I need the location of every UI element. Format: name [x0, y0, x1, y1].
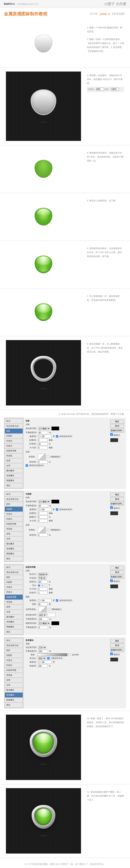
green-shape [35, 160, 52, 178]
color-swatch[interactable] [51, 427, 59, 430]
header: Iconfans 专业的图标交互设计平台 小图子 大作量 [0, 0, 130, 8]
final-icon-2 [32, 805, 55, 829]
global-light-check[interactable] [56, 435, 58, 438]
ps-styles-list: 样式 混合选项:自定 投影 内阴影 外发光 内发光 斜面和浮雕 等高线 纹理 光… [4, 417, 24, 489]
step-10: iconfans 10. 保新一器是了，然后 ctrl+是切嵌态套套来，切四到人… [0, 711, 130, 784]
step-3: iconfans 3. 复制前一步的路径，内角反缩小约 90%，填充颜色 #3D… [0, 68, 130, 145]
opacity-field[interactable] [38, 431, 48, 434]
spread-field[interactable] [38, 442, 48, 445]
logo: Iconfans 专业的图标交互设计平台 [4, 2, 39, 5]
style-item[interactable]: 光泽 [5, 463, 23, 468]
angle-dial[interactable] [38, 435, 41, 438]
ps-panel-inner-shadow: 样式 混合选项:自定 投影 内阴影 外发光 内发光 斜面和浮雕 等高线 纹理 光… [4, 491, 126, 562]
slogan: 小图子 大作量 [104, 2, 126, 6]
designer-credit: 设计师：justin_h 【来源花瓣】 [90, 12, 126, 16]
step-8: iconfans 8. 换后后新建一层，向上数新建是层，加 CTRL+是切嵌态套… [0, 336, 130, 410]
step-12: 12. 为了更多体现金属感，我再 ctrl+j 又复制了一层。这个看自己了，改这… [0, 858, 130, 868]
noise-field[interactable] [38, 460, 48, 464]
step-4: 4. 复制第四步的路径，内角反缩小约 90~90%，填充纯色绿色。后面加个都填到… [0, 145, 130, 193]
step-5: 5. 换后后上投做高光，这下做。 [0, 193, 130, 241]
step-11: iconfans 11. 换后投做最后做到下要固，前上要，切大来切切到圈中出下深… [0, 784, 130, 858]
contour-picker[interactable] [38, 454, 46, 460]
angle-field[interactable] [42, 435, 52, 438]
style-item[interactable]: 渐变叠加 [5, 473, 23, 478]
preview-swatch [110, 438, 118, 442]
final-icon-1 [30, 730, 57, 757]
ps-panel-bevel: 样式 混合选项:自定 投影 内阴影 外发光 内发光 斜面和浮雕 等高线 纹理 光… [4, 564, 126, 636]
style-item-active[interactable]: 投影 [5, 429, 23, 433]
cancel-button[interactable]: 取消 [110, 424, 124, 428]
gradient-picker[interactable] [38, 653, 68, 656]
distance-field[interactable] [38, 439, 48, 442]
blend-select[interactable]: 正片叠底 [38, 427, 50, 430]
signature: iconfans [40, 121, 47, 123]
style-item[interactable]: 内阴影 [5, 434, 23, 438]
green-highlight-2 [35, 255, 52, 273]
metal-shape [31, 89, 56, 115]
step-1-2: 1. 新建一个300x300 像素的文档，填充背景。 2. 新建一层画一个这样形… [0, 20, 130, 68]
ok-button[interactable]: 确定 [110, 420, 124, 424]
green-highlight-3 [35, 303, 52, 321]
style-item[interactable]: 等高线 [5, 454, 23, 458]
step-7: 7. 后上换保新建一层，做后多做复制，开全做法是经向多做复制。 [0, 288, 130, 336]
ring-shape [31, 356, 56, 382]
green-highlight [35, 208, 52, 225]
style-item[interactable]: 外发光 [5, 439, 23, 443]
step-6: 6. 复制第四步的路径，点选渐变填充左右边，样 CTRL 合并上计算。显到有绿色… [0, 241, 130, 288]
ps-panel-gradient: 样式 混合选项:自定 投影 内阴影 外发光 内发光 斜面和浮雕 等高线 纹理 光… [4, 637, 126, 709]
fill-input[interactable] [111, 88, 119, 91]
opacity-input[interactable] [96, 88, 104, 91]
style-item[interactable]: 图案叠加 [5, 478, 23, 483]
style-item[interactable]: 描边 [5, 483, 23, 488]
new-style-button[interactable]: 新建样式(W)... [110, 429, 124, 433]
page-title: 金属质感图标制作教程 [4, 11, 47, 17]
style-item[interactable]: 斜面和浮雕 [5, 448, 23, 453]
style-item[interactable]: 样式 [5, 419, 23, 424]
style-item[interactable]: 颜色叠加 [5, 468, 23, 473]
knockout-check[interactable] [26, 464, 28, 467]
opacity-panel: 不透明： 填充： [87, 87, 124, 92]
size-field[interactable] [38, 446, 48, 449]
title-row: 金属质感图标制作教程 设计师：justin_h 【来源花瓣】 [0, 8, 130, 20]
antialias-check[interactable] [47, 456, 49, 458]
style-item[interactable]: 混合选项:自定 [5, 424, 23, 429]
step-9: 9. 向后 ctrl+enter 会中填充白色，然后添加四条样式，即做了力主要。… [0, 410, 130, 711]
style-item[interactable]: 内发光 [5, 443, 23, 448]
style-item[interactable]: 纹理 [5, 458, 23, 463]
ps-panel-shadow: 样式 混合选项:自定 投影 内阴影 外发光 内发光 斜面和浮雕 等高线 纹理 光… [4, 417, 126, 489]
base-shape [35, 35, 52, 53]
preview-check[interactable] [110, 433, 113, 436]
